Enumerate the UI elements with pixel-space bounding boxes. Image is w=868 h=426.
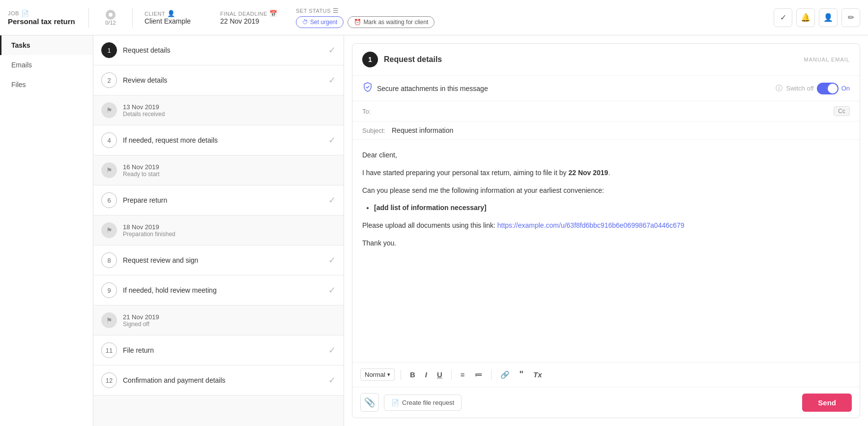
deadline-label: FINAL DEADLINE 📅 <box>220 10 284 17</box>
event-row: ⚑ 16 Nov 2019 Ready to start <box>93 155 344 185</box>
toolbar-separator <box>451 370 452 380</box>
task-check-icon: ✓ <box>328 345 336 356</box>
task-row[interactable]: 11 File return ✓ <box>93 335 344 365</box>
task-title: Request review and sign <box>123 256 322 264</box>
body-line2: Can you please send me the following inf… <box>362 185 850 197</box>
divider-1 <box>88 8 89 28</box>
event-row: ⚑ 13 Nov 2019 Details received <box>93 95 344 125</box>
flag-icon: ⚑ <box>106 226 113 234</box>
event-info: 18 Nov 2019 Preparation finished <box>123 223 175 238</box>
upload-link[interactable]: https://example.com/u/63f8fd6bbc916b6e06… <box>497 221 685 229</box>
file-plus-icon: 📄 <box>391 399 399 406</box>
status-buttons: ⏱ Set urgent ⏰ Mark as waiting for clien… <box>296 16 434 28</box>
event-info: 16 Nov 2019 Ready to start <box>123 163 160 178</box>
task-row[interactable]: 2 Review details ✓ <box>93 65 344 95</box>
italic-button[interactable]: I <box>422 368 430 381</box>
task-row[interactable]: 9 If needed, hold review meeting ✓ <box>93 275 344 305</box>
list-icon: ☰ <box>333 7 339 14</box>
to-input[interactable] <box>392 107 834 115</box>
client-label: CLIENT 👤 <box>145 10 208 17</box>
chevron-down-icon: ▾ <box>387 371 390 378</box>
info-icon: ⓘ <box>776 84 782 93</box>
bold-button[interactable]: B <box>407 368 418 381</box>
event-row: ⚑ 18 Nov 2019 Preparation finished <box>93 215 344 245</box>
task-check-icon: ✓ <box>328 375 336 386</box>
quote-button[interactable]: " <box>517 367 527 382</box>
email-step-number: 1 <box>362 52 378 67</box>
event-icon: ⚑ <box>101 102 117 118</box>
task-check-icon: ✓ <box>328 285 336 296</box>
assign-button[interactable]: 👤 <box>819 8 838 27</box>
task-check-icon: ✓ <box>328 75 336 86</box>
pencil-icon: ✏ <box>848 13 854 22</box>
toolbar-separator <box>491 370 492 380</box>
task-row[interactable]: 6 Prepare return ✓ <box>93 185 344 215</box>
subject-label: Subject: <box>362 127 392 134</box>
task-check-icon: ✓ <box>328 45 336 56</box>
clock-outline-icon: ⏰ <box>354 19 361 26</box>
event-date: 13 Nov 2019 <box>123 103 165 111</box>
task-number: 12 <box>101 372 117 388</box>
cc-button[interactable]: Cc <box>834 106 850 116</box>
paperclip-icon: 📎 <box>364 397 375 408</box>
secure-attachments-label: Secure attachments in this message <box>377 85 770 92</box>
toolbar-separator <box>401 370 401 380</box>
bullet-list-button[interactable]: ≡ <box>458 368 468 381</box>
link-button[interactable]: 🔗 <box>497 368 513 381</box>
create-file-request-button[interactable]: 📄 Create file request <box>384 395 462 411</box>
attach-button[interactable]: 📎 <box>360 393 379 412</box>
job-info: JOB 📄 Personal tax return <box>8 10 77 26</box>
file-icon: 📄 <box>21 10 29 17</box>
email-footer: 📎 📄 Create file request Send <box>352 387 860 418</box>
edit-button[interactable]: ✏ <box>841 8 860 27</box>
clear-format-button[interactable]: Tx <box>530 368 545 381</box>
event-desc: Preparation finished <box>123 231 175 238</box>
switch-off-label: Switch off <box>786 85 814 92</box>
email-step-title: Request details <box>384 55 804 64</box>
task-row[interactable]: 4 If needed, request more details ✓ <box>93 125 344 155</box>
task-number: 11 <box>101 342 117 358</box>
event-row: ⚑ 21 Nov 2019 Signed off <box>93 305 344 335</box>
task-number: 9 <box>101 282 117 298</box>
event-desc: Details received <box>123 111 165 118</box>
sidebar-item-files[interactable]: Files <box>0 75 93 94</box>
switch-on-label: On <box>841 85 850 92</box>
shield-icon <box>362 82 373 95</box>
body-line1: I have started preparing your personal t… <box>362 167 850 179</box>
task-check-icon: ✓ <box>328 135 336 146</box>
task-number: 4 <box>101 132 117 148</box>
task-list: 1 Request details ✓ 2 Review details ✓ ⚑… <box>93 35 344 426</box>
sidebar-item-emails[interactable]: Emails <box>0 55 93 75</box>
task-title: If needed, request more details <box>123 136 322 144</box>
task-row[interactable]: 1 Request details ✓ <box>93 35 344 65</box>
task-row[interactable]: 8 Request review and sign ✓ <box>93 245 344 275</box>
flag-icon: ⚑ <box>106 316 113 324</box>
task-row[interactable]: 12 Confirmation and payment details ✓ <box>93 365 344 396</box>
client-info: CLIENT 👤 Client Example <box>145 10 208 25</box>
toggle-knob <box>828 84 838 93</box>
event-info: 13 Nov 2019 Details received <box>123 103 165 118</box>
underline-button[interactable]: U <box>434 368 445 381</box>
task-number: 1 <box>101 42 117 58</box>
bell-icon: 🔔 <box>801 13 810 22</box>
subject-input[interactable] <box>392 126 850 134</box>
subject-field-row: Subject: <box>352 122 860 140</box>
client-icon: 👤 <box>167 10 175 17</box>
bell-button[interactable]: 🔔 <box>796 8 815 27</box>
set-urgent-button[interactable]: ⏱ Set urgent <box>296 16 344 28</box>
body-list-item: [add list of information necessary] <box>374 202 850 214</box>
email-body[interactable]: Dear client, I have started preparing yo… <box>352 140 860 362</box>
progress-label: 0/12 <box>105 20 116 26</box>
person-plus-icon: 👤 <box>823 13 833 22</box>
to-field-row: To: Cc <box>352 101 860 122</box>
send-button[interactable]: Send <box>802 394 852 412</box>
secure-toggle[interactable] <box>817 83 839 94</box>
numbered-list-button[interactable]: ≔ <box>472 368 485 381</box>
mark-waiting-button[interactable]: ⏰ Mark as waiting for client <box>347 16 434 28</box>
client-name: Client Example <box>145 17 208 25</box>
format-select[interactable]: Normal ▾ <box>360 368 395 381</box>
task-title: Prepare return <box>123 196 322 204</box>
body-sign: Thank you. <box>362 238 850 249</box>
sidebar-item-tasks[interactable]: Tasks <box>0 35 93 55</box>
check-action-button[interactable]: ✓ <box>774 8 792 27</box>
